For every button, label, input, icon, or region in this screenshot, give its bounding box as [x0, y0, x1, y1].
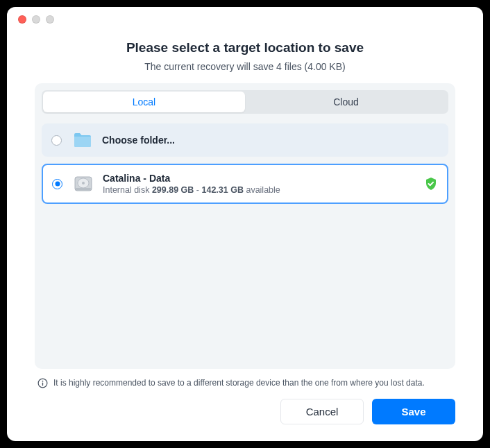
svg-rect-6: [42, 383, 43, 386]
svg-rect-3: [76, 188, 91, 190]
save-button[interactable]: Save: [372, 399, 455, 424]
disk-subtitle: Internal disk 299.89 GB - 142.31 GB avai…: [103, 185, 424, 195]
svg-point-2: [82, 182, 85, 184]
dialog-header: Please select a target location to save …: [7, 32, 483, 83]
tab-local[interactable]: Local: [43, 92, 245, 112]
minimize-icon: [32, 15, 40, 24]
warning-message: It is highly recommended to save to a di…: [7, 369, 483, 389]
zoom-icon: [46, 15, 54, 24]
page-title: Please select a target location to save: [35, 40, 455, 55]
cancel-button[interactable]: Cancel: [280, 399, 364, 424]
option-choose-folder[interactable]: Choose folder...: [42, 123, 448, 157]
option-title: Choose folder...: [102, 135, 439, 146]
option-body: Choose folder...: [102, 135, 439, 146]
shield-check-icon: [424, 177, 438, 191]
option-body: Catalina - Data Internal disk 299.89 GB …: [103, 173, 424, 195]
disk-title: Catalina - Data: [103, 173, 424, 184]
svg-point-5: [42, 381, 44, 382]
close-icon[interactable]: [18, 15, 26, 24]
folder-icon: [73, 132, 92, 148]
dialog-window: Please select a target location to save …: [7, 7, 483, 441]
disk-icon: [74, 175, 93, 192]
titlebar: [7, 7, 483, 32]
tab-cloud[interactable]: Cloud: [245, 92, 447, 112]
page-subtitle: The current recovery will save 4 files (…: [35, 61, 455, 72]
warning-text: It is highly recommended to save to a di…: [53, 377, 425, 389]
info-icon: [37, 378, 48, 388]
content-panel: Local Cloud Choose folder...: [35, 83, 455, 369]
radio-disk[interactable]: [52, 179, 62, 189]
radio-folder[interactable]: [51, 135, 62, 146]
location-tabs: Local Cloud: [42, 90, 448, 114]
option-disk-catalina[interactable]: Catalina - Data Internal disk 299.89 GB …: [42, 164, 448, 204]
dialog-footer: Cancel Save: [7, 389, 483, 441]
